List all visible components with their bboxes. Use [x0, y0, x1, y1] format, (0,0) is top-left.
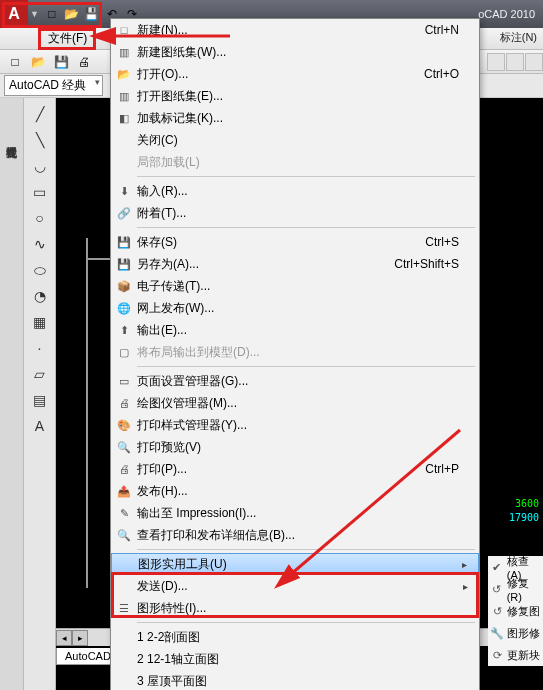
menu-impress-label: 输出至 Impression(I)... [137, 505, 459, 522]
menu-import-label: 输入(R)... [137, 183, 459, 200]
menu-recent-2[interactable]: 2 12-1轴立面图 [111, 648, 479, 670]
menu-plotter[interactable]: 🖨绘图仪管理器(M)... [111, 392, 479, 414]
app-menu-arrow-icon[interactable]: ▼ [30, 9, 39, 19]
new-doc-icon[interactable]: □ [4, 52, 26, 72]
menu-publish[interactable]: 📤发布(H)... [111, 480, 479, 502]
dimension-2: 17900 [509, 512, 539, 523]
draw-palette: ╱ ╲ ◡ ▭ ○ ∿ ⬭ ◔ ▦ · ▱ ▤ A [24, 98, 56, 690]
menu-preview-label: 打印预览(V) [137, 439, 459, 456]
polyline-tool-icon[interactable]: ╲ [30, 130, 50, 150]
submenu-recover[interactable]: ↺修复(R) [488, 578, 543, 600]
impression-icon: ✎ [117, 506, 131, 520]
menu-print[interactable]: 🖨打印(P)...Ctrl+P [111, 458, 479, 480]
menu-print-short: Ctrl+P [425, 462, 459, 476]
app-logo[interactable]: A [0, 0, 28, 28]
dimension-1: 3600 [515, 498, 539, 509]
menu-opensheet-label: 打开图纸集(E)... [137, 88, 459, 105]
submenu-update-label: 更新块 [507, 648, 540, 663]
menu-r3-label: 3 屋顶平面图 [137, 673, 459, 690]
menu-close[interactable]: 关闭(C) [111, 129, 479, 151]
menu-viewplot[interactable]: 🔍查看打印和发布详细信息(B)... [111, 524, 479, 546]
menu-props-label: 图形特性(I)... [137, 600, 459, 617]
open-icon[interactable]: 📂 [63, 5, 81, 23]
menu-sep-5 [137, 622, 475, 623]
menu-newsheet-label: 新建图纸集(W)... [137, 44, 459, 61]
menu-viewplot-label: 查看打印和发布详细信息(B)... [137, 527, 459, 544]
submenu-update[interactable]: ⟳更新块 [488, 644, 543, 666]
save-doc-icon[interactable]: 💾 [50, 52, 72, 72]
arc-tool-icon[interactable]: ◡ [30, 156, 50, 176]
scroll-left-icon[interactable]: ◂ [56, 630, 72, 646]
menu-export[interactable]: ⬆输出(E)... [111, 319, 479, 341]
import-icon: ⬇ [117, 184, 131, 198]
submenu-arrow-icon: ▸ [458, 559, 470, 570]
plotstyle-icon: 🎨 [117, 418, 131, 432]
menu-impress[interactable]: ✎输出至 Impression(I)... [111, 502, 479, 524]
new-sheet-icon: ▥ [117, 45, 131, 59]
menu-dwgutils[interactable]: 图形实用工具(U)▸ [111, 553, 479, 575]
save-icon[interactable]: 💾 [83, 5, 101, 23]
menu-opensheet[interactable]: ▥打开图纸集(E)... [111, 85, 479, 107]
menu-annotate[interactable]: 标注(N) [500, 30, 537, 45]
menu-attach[interactable]: 🔗附着(T)... [111, 202, 479, 224]
menu-recent-3[interactable]: 3 屋顶平面图 [111, 670, 479, 690]
open-doc-icon[interactable]: 📂 [27, 52, 49, 72]
menu-recent-1[interactable]: 1 2-2剖面图 [111, 626, 479, 648]
markup-icon: ◧ [117, 111, 131, 125]
open-file-icon: 📂 [117, 67, 131, 81]
rect-tool-icon[interactable]: ▭ [30, 182, 50, 202]
submenu-recoverdwg[interactable]: ↺修复图 [488, 600, 543, 622]
region-tool-icon[interactable]: ▱ [30, 364, 50, 384]
menu-exportlayout-label: 将布局输出到模型(D)... [137, 344, 459, 361]
menu-saveas[interactable]: 💾另存为(A)...Ctrl+Shift+S [111, 253, 479, 275]
menu-props[interactable]: ☰图形特性(I)... [111, 597, 479, 619]
menu-open-short: Ctrl+O [424, 67, 459, 81]
spline-tool-icon[interactable]: ∿ [30, 234, 50, 254]
menu-plotstyle[interactable]: 🎨打印样式管理器(Y)... [111, 414, 479, 436]
menu-new[interactable]: □新建(N)...Ctrl+N [111, 19, 479, 41]
submenu-dwgfix[interactable]: 🔧图形修 [488, 622, 543, 644]
point-tool-icon[interactable]: · [30, 338, 50, 358]
menu-etrans[interactable]: 📦电子传递(T)... [111, 275, 479, 297]
menu-pagesetup[interactable]: ▭页面设置管理器(G)... [111, 370, 479, 392]
print-menu-icon: 🖨 [117, 462, 131, 476]
tb-btn-3[interactable] [525, 53, 543, 71]
menu-new-label: 新建(N)... [137, 22, 425, 39]
menu-sep-4 [137, 549, 475, 550]
props-icon: ☰ [117, 601, 131, 615]
save-file-icon: 💾 [117, 235, 131, 249]
menu-import[interactable]: ⬇输入(R)... [111, 180, 479, 202]
menu-export-label: 输出(E)... [137, 322, 459, 339]
text-tool-icon[interactable]: A [30, 416, 50, 436]
menu-open-label: 打开(O)... [137, 66, 424, 83]
circle-tool-icon[interactable]: ○ [30, 208, 50, 228]
menu-send[interactable]: 发送(D)...▸ [111, 575, 479, 597]
menu-file[interactable]: 文件(F) [40, 28, 95, 49]
tb-btn-1[interactable] [487, 53, 505, 71]
ellipse-tool-icon[interactable]: ⬭ [30, 260, 50, 280]
menu-loadmarkup-label: 加载标记集(K)... [137, 110, 459, 127]
visual-styles-panel[interactable]: 视觉样式管理器 [0, 98, 24, 690]
workspace-selector[interactable]: AutoCAD 经典 [4, 75, 103, 96]
viewplot-icon: 🔍 [117, 528, 131, 542]
print-icon[interactable]: 🖨 [73, 52, 95, 72]
pagesetup-icon: ▭ [117, 374, 131, 388]
saveas-icon: 💾 [117, 257, 131, 271]
menu-preview[interactable]: 🔍打印预览(V) [111, 436, 479, 458]
menu-open[interactable]: 📂打开(O)...Ctrl+O [111, 63, 479, 85]
new-icon[interactable]: □ [43, 5, 61, 23]
export-layout-icon: ▢ [117, 345, 131, 359]
line-tool-icon[interactable]: ╱ [30, 104, 50, 124]
tb-btn-2[interactable] [506, 53, 524, 71]
menu-newsheet[interactable]: ▥新建图纸集(W)... [111, 41, 479, 63]
submenu-recoverdwg-label: 修复图 [507, 604, 540, 619]
web-icon: 🌐 [117, 301, 131, 315]
table-tool-icon[interactable]: ▤ [30, 390, 50, 410]
scroll-right-icon[interactable]: ▸ [72, 630, 88, 646]
menu-save[interactable]: 💾保存(S)Ctrl+S [111, 231, 479, 253]
menu-loadmarkup[interactable]: ◧加载标记集(K)... [111, 107, 479, 129]
hatch-tool-icon[interactable]: ▦ [30, 312, 50, 332]
update-icon: ⟳ [490, 648, 504, 662]
ellipse-arc-icon[interactable]: ◔ [30, 286, 50, 306]
menu-webpub[interactable]: 🌐网上发布(W)... [111, 297, 479, 319]
